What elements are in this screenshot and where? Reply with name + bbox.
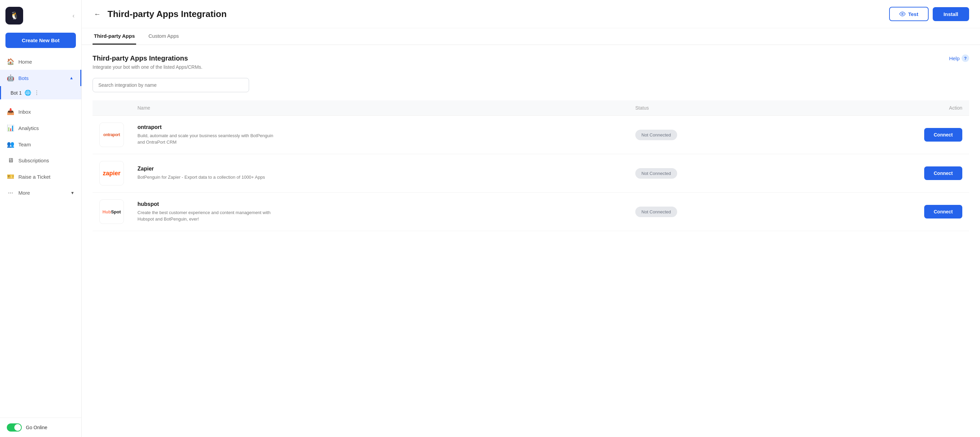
help-label: Help — [949, 56, 959, 61]
integration-logo: ontraport — [99, 123, 124, 147]
sidebar-header: 🐧 ‹ — [0, 0, 81, 30]
search-wrap — [92, 78, 969, 92]
tabs: Third-party Apps Custom Apps — [82, 28, 980, 45]
integration-info: ontraport Build, automate and scale your… — [137, 124, 622, 146]
integration-action-cell: Connect — [805, 154, 969, 193]
chevron-up-icon: ▲ — [69, 75, 73, 80]
logo: 🐧 — [5, 7, 23, 24]
bots-icon: 🤖 — [7, 74, 14, 82]
status-badge: Not Connected — [635, 207, 677, 217]
sidebar-nav: 🏠 Home 🤖 Bots ▲ Bot 1 🌐 ⋮ 📥 Inbox 📊 A — [0, 53, 81, 201]
connect-button[interactable]: Connect — [924, 205, 962, 218]
sidebar-item-bots[interactable]: 🤖 Bots ▲ — [0, 70, 81, 86]
svg-point-0 — [902, 13, 904, 15]
content-title: Third-party Apps Integrations — [92, 54, 202, 62]
test-button[interactable]: Test — [889, 7, 929, 21]
sidebar-item-subscriptions[interactable]: 🖥 Subscriptions — [0, 153, 81, 169]
bot-name: Bot 1 — [11, 90, 22, 96]
integration-info-cell: Zapier BotPenguin for Zapier - Export da… — [130, 154, 628, 193]
integration-name: Zapier — [137, 166, 622, 172]
integration-description: Create the best customer experience and … — [137, 209, 280, 223]
team-icon: 👥 — [7, 140, 14, 148]
integration-action-cell: Connect — [805, 116, 969, 154]
install-button[interactable]: Install — [933, 7, 969, 21]
col-header-logo — [92, 100, 130, 116]
status-badge: Not Connected — [635, 130, 677, 140]
create-new-bot-button[interactable]: Create New Bot — [5, 33, 76, 48]
hubspot-logo: HubSpot — [102, 209, 121, 214]
table-row: ontraport ontraport Build, automate and … — [92, 116, 969, 154]
globe-icon[interactable]: 🌐 — [24, 89, 31, 96]
content-subtitle: Integrate your bot with one of the liste… — [92, 64, 202, 70]
tab-third-party[interactable]: Third-party Apps — [92, 28, 136, 45]
logo-icon: 🐧 — [10, 11, 19, 20]
search-input[interactable] — [92, 78, 249, 92]
ontraport-logo: ontraport — [103, 132, 120, 137]
bot-item-bot1[interactable]: Bot 1 🌐 ⋮ — [0, 86, 81, 99]
content-header: Third-party Apps Integrations Integrate … — [92, 54, 969, 70]
more-options-icon[interactable]: ⋮ — [34, 89, 40, 96]
bot-actions: 🌐 ⋮ — [24, 89, 40, 96]
table-row: zapier Zapier BotPenguin for Zapier - Ex… — [92, 154, 969, 193]
sidebar-item-analytics-label: Analytics — [18, 125, 39, 131]
col-header-action: Action — [805, 100, 969, 116]
integration-logo-cell: HubSpot — [92, 193, 130, 231]
table-row: HubSpot hubspot Create the best customer… — [92, 193, 969, 231]
go-online-toggle[interactable] — [7, 423, 22, 432]
integration-status-cell: Not Connected — [628, 154, 805, 193]
sidebar-item-raise-ticket-label: Raise a Ticket — [18, 174, 50, 180]
connect-button[interactable]: Connect — [924, 128, 962, 142]
sidebar: 🐧 ‹ Create New Bot 🏠 Home 🤖 Bots ▲ Bot 1… — [0, 0, 82, 437]
subscriptions-icon: 🖥 — [7, 157, 14, 164]
sidebar-item-inbox-label: Inbox — [18, 109, 31, 115]
connect-button[interactable]: Connect — [924, 166, 962, 180]
sidebar-item-analytics[interactable]: 📊 Analytics — [0, 120, 81, 136]
integration-status-cell: Not Connected — [628, 193, 805, 231]
eye-icon — [899, 11, 905, 17]
integration-info-cell: hubspot Create the best customer experie… — [130, 193, 628, 231]
chevron-down-icon: ▼ — [70, 191, 75, 195]
col-header-name: Name — [130, 100, 628, 116]
sidebar-item-home[interactable]: 🏠 Home — [0, 53, 81, 70]
integration-status-cell: Not Connected — [628, 116, 805, 154]
help-link[interactable]: Help ? — [949, 54, 969, 62]
integration-logo: zapier — [99, 161, 124, 185]
sidebar-item-home-label: Home — [18, 59, 32, 65]
zapier-logo: zapier — [103, 170, 121, 177]
sidebar-item-more-label: More — [18, 190, 30, 196]
integration-logo: HubSpot — [99, 199, 124, 224]
main-header: ← Third-party Apps Integration Test Inst… — [82, 0, 980, 28]
sidebar-item-team-label: Team — [18, 142, 31, 147]
sidebar-item-raise-ticket[interactable]: 🎫 Raise a Ticket — [0, 169, 81, 185]
integration-info-cell: ontraport Build, automate and scale your… — [130, 116, 628, 154]
integration-description: BotPenguin for Zapier - Export data to a… — [137, 174, 280, 181]
sidebar-item-bots-label: Bots — [18, 75, 29, 81]
bots-section: Bot 1 🌐 ⋮ — [0, 86, 81, 99]
tab-custom-apps[interactable]: Custom Apps — [147, 28, 180, 45]
integration-info: Zapier BotPenguin for Zapier - Export da… — [137, 166, 622, 181]
go-online-label: Go Online — [26, 425, 47, 430]
more-icon: ··· — [7, 189, 14, 196]
sidebar-item-team[interactable]: 👥 Team — [0, 136, 81, 153]
back-button[interactable]: ← — [92, 9, 102, 19]
integration-action-cell: Connect — [805, 193, 969, 231]
content-area: Third-party Apps Integrations Integrate … — [82, 45, 980, 437]
main-content: ← Third-party Apps Integration Test Inst… — [82, 0, 980, 437]
header-actions: Test Install — [889, 7, 969, 21]
content-header-text: Third-party Apps Integrations Integrate … — [92, 54, 202, 70]
sidebar-item-more[interactable]: ··· More ▼ — [0, 185, 81, 201]
integration-logo-cell: zapier — [92, 154, 130, 193]
table-header-row: Name Status Action — [92, 100, 969, 116]
collapse-button[interactable]: ‹ — [71, 11, 76, 21]
integration-logo-cell: ontraport — [92, 116, 130, 154]
ticket-icon: 🎫 — [7, 173, 14, 180]
integration-description: Build, automate and scale your business … — [137, 132, 280, 146]
analytics-icon: 📊 — [7, 124, 14, 132]
help-icon: ? — [962, 54, 969, 62]
inbox-icon: 📥 — [7, 108, 14, 115]
sidebar-item-subscriptions-label: Subscriptions — [18, 158, 49, 163]
integration-name: hubspot — [137, 201, 622, 207]
go-online-section: Go Online — [0, 418, 81, 437]
sidebar-item-inbox[interactable]: 📥 Inbox — [0, 104, 81, 120]
integration-name: ontraport — [137, 124, 622, 130]
